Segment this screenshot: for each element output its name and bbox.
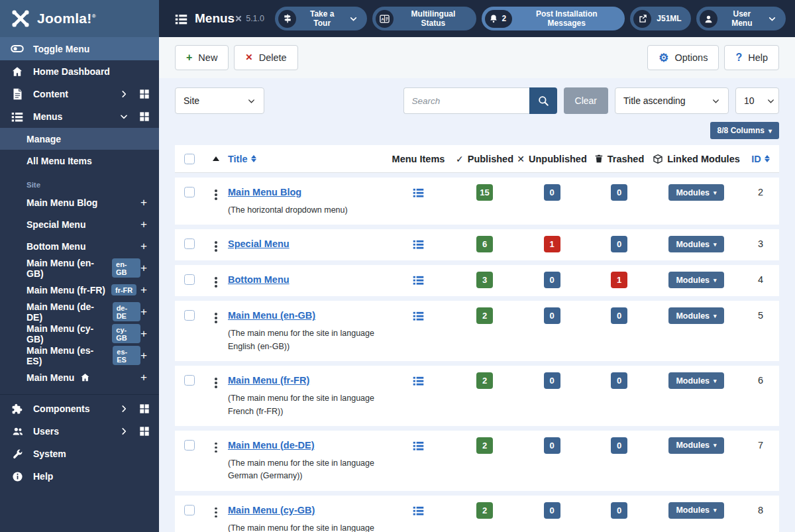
add-menu-item-button[interactable]: + bbox=[140, 240, 147, 252]
sidebar-site-menu-item[interactable]: Bottom Menu + bbox=[0, 235, 159, 257]
header-pill-button[interactable]: J51ML bbox=[630, 7, 690, 30]
unpublished-count-badge[interactable]: 0 bbox=[544, 502, 560, 519]
row-checkbox[interactable] bbox=[184, 505, 195, 515]
unpublished-count-badge[interactable]: 1 bbox=[544, 236, 560, 252]
add-menu-item-button[interactable]: + bbox=[140, 197, 147, 208]
menu-title-link[interactable]: Main Menu (de-DE) bbox=[228, 440, 315, 451]
search-button[interactable] bbox=[529, 87, 557, 114]
trashed-count-badge[interactable]: 0 bbox=[611, 502, 627, 519]
unpublished-count-badge[interactable]: 0 bbox=[544, 307, 560, 324]
add-menu-item-button[interactable]: + bbox=[140, 262, 147, 274]
published-count-badge[interactable]: 15 bbox=[476, 184, 493, 201]
row-checkbox[interactable] bbox=[184, 187, 195, 197]
menu-items-list-icon[interactable] bbox=[413, 440, 424, 451]
modules-dropdown-button[interactable]: Modules ▾ bbox=[668, 307, 723, 324]
sidebar-site-menu-item[interactable]: Main Menu Blog + bbox=[0, 191, 159, 213]
help-button[interactable]: ? Help bbox=[724, 45, 779, 70]
sidebar-item-menus[interactable]: Menus bbox=[0, 105, 159, 128]
menu-title-link[interactable]: Special Menu bbox=[228, 239, 290, 249]
published-count-badge[interactable]: 6 bbox=[476, 236, 493, 252]
menu-title-link[interactable]: Bottom Menu bbox=[228, 274, 290, 285]
add-menu-item-button[interactable]: + bbox=[140, 350, 147, 361]
add-menu-item-button[interactable]: + bbox=[140, 219, 147, 230]
unpublished-count-badge[interactable]: 0 bbox=[544, 372, 560, 389]
trashed-count-badge[interactable]: 0 bbox=[611, 372, 627, 389]
sidebar-item-manage[interactable]: Manage bbox=[0, 128, 159, 150]
trashed-count-badge[interactable]: 0 bbox=[611, 307, 627, 324]
add-menu-item-button[interactable]: + bbox=[140, 306, 147, 317]
sidebar-site-menu-item[interactable]: Main Menu (en-GB) en-GB + bbox=[0, 257, 159, 279]
modules-dropdown-button[interactable]: Modules ▾ bbox=[668, 272, 723, 288]
drag-handle-icon[interactable] bbox=[215, 189, 217, 200]
header-pill-button[interactable]: User Menu bbox=[696, 7, 786, 30]
menu-title-link[interactable]: Main Menu (en-GB) bbox=[228, 310, 315, 321]
select-all-checkbox[interactable] bbox=[184, 154, 195, 164]
sort-select[interactable]: Title ascending bbox=[615, 87, 729, 114]
published-count-badge[interactable]: 3 bbox=[476, 272, 493, 288]
trashed-count-badge[interactable]: 1 bbox=[611, 272, 627, 288]
drag-handle-icon[interactable] bbox=[215, 241, 217, 252]
site-filter-select[interactable]: Site bbox=[175, 87, 264, 114]
unpublished-count-badge[interactable]: 0 bbox=[544, 437, 560, 454]
sidebar-site-menu-item[interactable]: Main Menu (de-DE) de-DE + bbox=[0, 301, 159, 323]
sidebar-item-components[interactable]: Components bbox=[0, 398, 159, 420]
unpublished-count-badge[interactable]: 0 bbox=[544, 272, 560, 288]
search-input[interactable] bbox=[403, 87, 529, 114]
dashboard-grid-icon[interactable] bbox=[139, 89, 150, 99]
menu-items-list-icon[interactable] bbox=[413, 187, 424, 198]
published-count-badge[interactable]: 2 bbox=[476, 437, 493, 454]
add-menu-item-button[interactable]: + bbox=[140, 328, 147, 339]
modules-dropdown-button[interactable]: Modules ▾ bbox=[668, 437, 723, 454]
clear-button[interactable]: Clear bbox=[564, 87, 608, 114]
delete-button[interactable]: ✕ Delete bbox=[234, 45, 297, 70]
columns-toggle-button[interactable]: 8/8 Columns ▾ bbox=[710, 122, 779, 139]
sidebar-item-users[interactable]: Users bbox=[0, 420, 159, 443]
modules-dropdown-button[interactable]: Modules ▾ bbox=[668, 502, 723, 519]
add-menu-item-button[interactable]: + bbox=[140, 372, 147, 383]
options-button[interactable]: ⚙ Options bbox=[647, 45, 719, 70]
id-column-sort[interactable]: ID bbox=[751, 154, 770, 164]
sidebar-item-content[interactable]: Content bbox=[0, 83, 159, 105]
dashboard-grid-icon[interactable] bbox=[139, 426, 150, 437]
drag-handle-icon[interactable] bbox=[215, 277, 217, 288]
drag-handle-icon[interactable] bbox=[215, 507, 217, 518]
published-count-badge[interactable]: 2 bbox=[476, 372, 493, 389]
sidebar-item-all-menu-items[interactable]: All Menu Items bbox=[0, 150, 159, 172]
header-pill-button[interactable]: A Multilingual Status bbox=[372, 7, 476, 30]
drag-handle-icon[interactable] bbox=[215, 313, 217, 323]
unpublished-count-badge[interactable]: 0 bbox=[544, 184, 560, 201]
menu-title-link[interactable]: Main Menu Blog bbox=[228, 187, 301, 197]
row-checkbox[interactable] bbox=[184, 310, 195, 321]
trashed-count-badge[interactable]: 0 bbox=[611, 437, 627, 454]
page-size-select[interactable]: 10 bbox=[735, 87, 779, 114]
header-pill-button[interactable]: Take a Tour bbox=[275, 7, 367, 30]
menu-title-link[interactable]: Main Menu (fr-FR) bbox=[228, 375, 309, 386]
sidebar-item-system[interactable]: System bbox=[0, 443, 159, 465]
menu-items-list-icon[interactable] bbox=[413, 274, 424, 286]
sidebar-site-menu-item[interactable]: Special Menu + bbox=[0, 213, 159, 235]
dashboard-grid-icon[interactable] bbox=[139, 403, 150, 414]
menu-items-list-icon[interactable] bbox=[413, 505, 424, 516]
published-count-badge[interactable]: 2 bbox=[476, 307, 493, 324]
published-count-badge[interactable]: 2 bbox=[476, 502, 493, 519]
menu-items-list-icon[interactable] bbox=[413, 239, 424, 250]
ordering-caret-icon[interactable] bbox=[213, 156, 219, 161]
sidebar-item-home-dashboard[interactable]: Home Dashboard bbox=[0, 60, 159, 83]
row-checkbox[interactable] bbox=[184, 274, 195, 285]
drag-handle-icon[interactable] bbox=[215, 378, 217, 388]
sidebar-item-help[interactable]: Help bbox=[0, 465, 159, 488]
add-menu-item-button[interactable]: + bbox=[140, 284, 147, 295]
menu-title-link[interactable]: Main Menu (cy-GB) bbox=[228, 505, 315, 515]
menu-items-list-icon[interactable] bbox=[413, 375, 424, 386]
drag-handle-icon[interactable] bbox=[215, 443, 217, 453]
row-checkbox[interactable] bbox=[184, 440, 195, 451]
header-pill-button[interactable]: 2 Post Installation Messages bbox=[482, 7, 625, 30]
sidebar-site-menu-item[interactable]: Main Menu (es-ES) es-ES + bbox=[0, 345, 159, 366]
toggle-menu-button[interactable]: Toggle Menu bbox=[0, 37, 159, 60]
sidebar-site-menu-item[interactable]: Main Menu + bbox=[0, 366, 159, 388]
modules-dropdown-button[interactable]: Modules ▾ bbox=[668, 372, 723, 389]
title-column-sort[interactable]: Title bbox=[228, 154, 378, 164]
dashboard-grid-icon[interactable] bbox=[139, 111, 150, 122]
trashed-count-badge[interactable]: 0 bbox=[611, 184, 627, 201]
sidebar-site-menu-item[interactable]: Main Menu (cy-GB) cy-GB + bbox=[0, 323, 159, 345]
